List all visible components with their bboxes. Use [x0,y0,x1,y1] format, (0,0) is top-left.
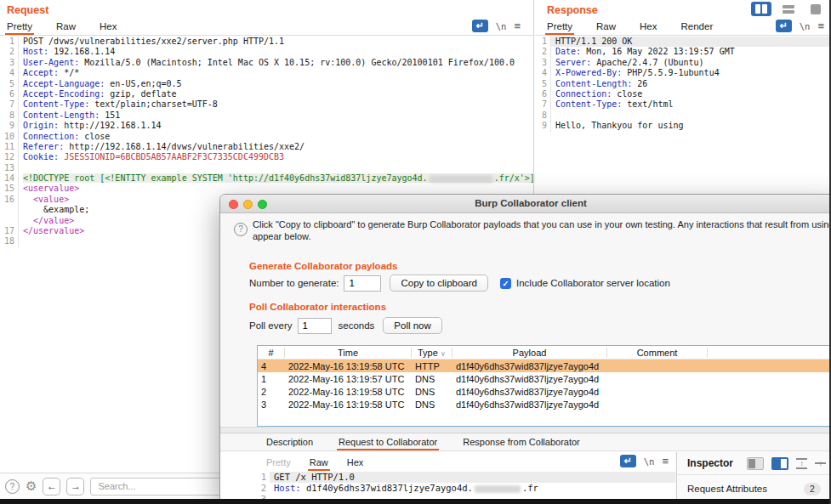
code-line[interactable]: 2Date: Mon, 16 May 2022 13:19:57 GMT [535,47,831,57]
layout-selector [751,2,826,16]
code-line[interactable]: 11Referer: http://192.168.1.14/dvws/vuln… [0,142,533,152]
collapse-all-icon[interactable]: ↕ [815,458,826,469]
poll-every-input[interactable] [298,318,332,334]
response-panel-title: Response [547,4,598,16]
search-input[interactable] [90,478,226,496]
code-line[interactable]: 15<uservalue> [0,184,533,194]
line-number: 9 [535,121,551,131]
tab-hex[interactable]: Hex [638,21,658,35]
tab-pretty[interactable]: Pretty [5,21,34,35]
line-number: 3 [535,58,551,68]
table-row[interactable]: 12022-May-16 13:19:57 UTCDNSd1f40y6dhs37… [258,372,831,385]
inspector-panel: Inspector ↕ ↕ ⚙ Request Attributes 2 [676,452,831,501]
code-line[interactable]: 6Connection: close [535,89,831,99]
include-server-location-label: Include Collaborator server location [516,278,670,288]
menu-icon[interactable]: ≡ [817,20,824,32]
newline-icon[interactable]: \n [644,456,655,467]
forward-button[interactable]: → [66,478,84,496]
menu-icon[interactable]: ≡ [514,20,521,32]
back-button[interactable]: ← [43,478,60,496]
single-layout-icon[interactable] [805,2,826,16]
line-number: 2 [257,483,270,494]
word-wrap-icon[interactable]: ↵ [620,455,636,467]
code-line[interactable]: 7Content-Type: text/html [535,99,831,110]
column-header-type[interactable]: Type∨ [412,348,452,358]
code-line[interactable]: 8 [535,110,831,121]
tab-response-from-collaborator[interactable]: Response from Collaborator [461,437,582,450]
inspector-title: Inspector [687,457,733,469]
column-header-number[interactable]: # [258,348,285,358]
code-line[interactable]: 13 [0,163,533,173]
table-row[interactable]: 22022-May-16 13:19:58 UTCDNSd1f40y6dhs37… [258,385,831,398]
number-to-generate-input[interactable] [344,275,381,292]
code-line[interactable]: 3Server: Apache/2.4.7 (Ubuntu) [535,58,831,68]
code-line[interactable]: 2Host: 192.168.1.14 [0,47,533,57]
code-line[interactable]: 1POST /dvws/vulnerabilities/xxe2/server.… [0,37,533,47]
collaborator-raw-editor[interactable]: 1GET /x HTTP/1.02Host: d1f40y6dhs37wid83… [257,472,675,501]
poll-now-button[interactable]: Poll now [383,317,441,334]
settings-gear-icon[interactable]: ⚙ [26,479,37,494]
code-line[interactable]: 5Content-Length: 26 [535,79,831,89]
tab-raw[interactable]: Raw [308,457,330,471]
tab-pretty[interactable]: Pretty [265,457,293,471]
column-header-time[interactable]: Time [285,348,412,358]
inspector-dock-right-icon[interactable] [771,457,788,470]
code-line[interactable]: 5Accept-Language: en-US,en;q=0.5 [0,79,533,89]
seconds-label: seconds [339,320,375,331]
column-header-comment[interactable]: Comment [607,348,708,358]
code-line[interactable]: 7Content-Type: text/plain;charset=UTF-8 [0,99,533,110]
horizontal-splitter[interactable] [220,427,831,433]
newline-icon[interactable]: \n [496,21,507,31]
tab-pretty[interactable]: Pretty [545,21,574,35]
word-wrap-icon[interactable]: ↵ [776,20,792,32]
line-number: 4 [535,68,551,78]
columns-layout-icon[interactable] [751,2,771,16]
menu-icon[interactable]: ≡ [662,455,669,467]
copy-to-clipboard-button[interactable]: Copy to clipboard [390,275,488,292]
code-line[interactable]: 3User-Agent: Mozilla/5.0 (Macintosh; Int… [0,58,533,68]
code-line[interactable]: 10Connection: close [0,132,533,142]
code-line[interactable]: 9Origin: http://192.168.1.14 [0,121,533,131]
inspector-dock-left-icon[interactable] [747,457,764,470]
tab-description[interactable]: Description [265,437,315,450]
include-server-location-checkbox[interactable]: ✓ [500,278,511,289]
rows-layout-icon[interactable] [778,2,799,16]
interactions-table[interactable]: # Time Type∨ Payload Comment 42022-May-1… [257,345,831,427]
word-wrap-icon[interactable]: ↵ [472,20,488,32]
code-line[interactable]: 14<!DOCTYPE root [<!ENTITY example SYSTE… [0,173,533,184]
line-number: 4 [0,68,19,78]
table-row[interactable]: 32022-May-16 13:19:58 UTCDNSd1f40y6dhs37… [258,398,831,411]
tab-raw[interactable]: Raw [595,21,618,35]
line-number: 7 [535,99,551,110]
line-number: 10 [0,132,19,142]
line-number: 1 [0,37,19,47]
number-to-generate-label: Number to generate: [249,278,339,288]
code-line[interactable]: 8Content-Length: 151 [0,110,533,121]
screen-bottom-edge [0,499,831,504]
code-line[interactable]: 4X-Powered-By: PHP/5.5.9-1ubuntu4 [535,68,831,78]
code-line[interactable]: 1GET /x HTTP/1.0 [257,472,675,483]
code-line[interactable]: 2Host: d1f40y6dhs37wid837ljzye7aygo4d..f… [257,483,675,494]
code-line[interactable]: 9Hello, Thankyou for using [535,121,831,131]
code-line[interactable]: 6Accept-Encoding: gzip, deflate [0,89,533,99]
column-header-payload[interactable]: Payload [452,348,607,358]
tab-request-to-collaborator[interactable]: Request to Collaborator [337,437,439,450]
table-row[interactable]: 42022-May-16 13:19:58 UTCHTTPd1f40y6dhs3… [258,360,831,372]
tab-hex[interactable]: Hex [345,457,366,471]
line-number [0,216,19,226]
expand-all-icon[interactable]: ↕ [796,458,807,469]
tab-render[interactable]: Render [680,21,715,35]
line-number: 11 [0,142,19,152]
inspector-header: Inspector ↕ ↕ ⚙ [677,452,831,475]
tab-raw[interactable]: Raw [54,21,77,35]
request-attributes-row[interactable]: Request Attributes 2 [677,476,831,501]
tab-hex[interactable]: Hex [98,21,118,35]
help-icon[interactable]: ? [5,479,20,494]
newline-icon[interactable]: \n [800,21,811,31]
code-line[interactable]: 12Cookie: JSESSIONID=6BCBD5AB57AABF2F3C7… [0,152,533,162]
line-number: 18 [0,236,19,246]
code-line[interactable]: 1HTTP/1.1 200 OK [535,37,831,47]
code-line[interactable]: 4Accept: */* [0,68,533,78]
poll-every-label: Poll every [249,320,293,331]
line-number: 8 [0,110,19,121]
